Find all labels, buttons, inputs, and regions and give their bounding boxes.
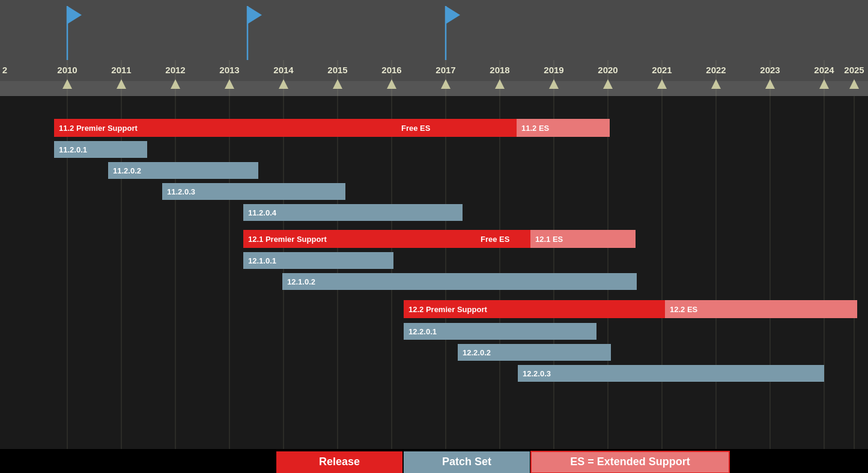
bar-label-12-1-premier: 12.1 Premier Support xyxy=(248,235,327,244)
legend-release-label: Release xyxy=(319,456,360,468)
bar-12-2-0-3 xyxy=(518,365,824,382)
bar-label-11-2-premier: 11.2 Premier Support xyxy=(59,124,138,133)
bar-label-11-2-free-es: Free ES xyxy=(401,124,431,133)
svg-rect-1 xyxy=(0,81,868,96)
legend-es-label: ES = Extended Support xyxy=(570,456,690,468)
bar-label-12-1-free-es: Free ES xyxy=(481,235,510,244)
bar-label-11-2-0-2: 11.2.0.2 xyxy=(113,166,141,175)
bar-label-12-2-es: 12.2 ES xyxy=(670,305,698,314)
bar-label-12-2-0-2: 12.2.0.2 xyxy=(463,348,491,357)
chart-container: 2 2010 2011 2012 2013 2014 2015 2016 201… xyxy=(0,0,868,473)
bar-label-12-2-0-3: 12.2.0.3 xyxy=(523,369,551,378)
bar-label-11-2-0-1: 11.2.0.1 xyxy=(59,145,87,154)
bar-label-12-1-0-2: 12.1.0.2 xyxy=(287,277,315,286)
bar-label-12-2-premier: 12.2 Premier Support xyxy=(408,305,487,314)
bar-label-12-1-0-1: 12.1.0.1 xyxy=(248,256,276,265)
year-label-2014: 2014 xyxy=(273,65,294,75)
bar-label-12-2-0-1: 12.2.0.1 xyxy=(408,327,437,336)
legend-patchset-label: Patch Set xyxy=(442,456,491,468)
bar-label-12-1-es: 12.1 ES xyxy=(535,235,563,244)
bar-12-2-0-1-b xyxy=(497,323,596,340)
main-svg: 2 2010 2011 2012 2013 2014 2015 2016 201… xyxy=(0,0,868,473)
bar-label-11-2-es: 11.2 ES xyxy=(521,124,550,133)
bar-label-11-2-0-3: 11.2.0.3 xyxy=(167,187,195,196)
year-label-2024: 2024 xyxy=(814,65,834,75)
year-label-2009: 2 xyxy=(2,65,7,75)
bar-label-11-2-0-4: 11.2.0.4 xyxy=(248,208,277,217)
bar-12-1-0-2 xyxy=(282,273,637,290)
year-label-2025: 2025 xyxy=(844,65,864,75)
